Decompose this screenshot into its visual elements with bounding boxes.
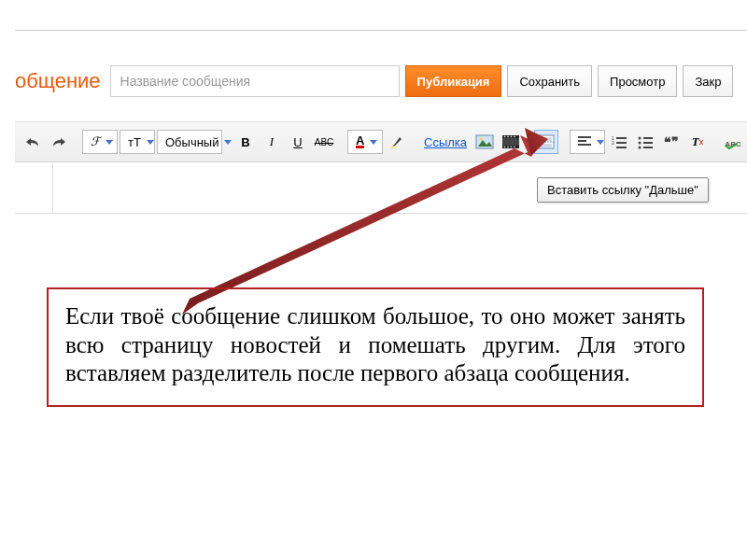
strike-button[interactable]: ABC: [312, 130, 336, 154]
format-toolbar: ℱ тT Обычный B I U ABC A Ссылка: [15, 121, 747, 162]
fontsize-icon: тT: [128, 135, 141, 149]
close-button[interactable]: Закр: [683, 65, 733, 97]
video-icon: [502, 135, 519, 148]
align-left-icon: [578, 136, 591, 147]
svg-point-14: [514, 147, 515, 148]
undo-icon: [25, 136, 40, 147]
insert-jump-break-button[interactable]: [534, 130, 558, 154]
chevron-down-icon: [224, 140, 232, 145]
save-button[interactable]: Сохранить: [507, 65, 592, 97]
svg-point-7: [504, 136, 506, 138]
chevron-down-icon: [597, 140, 604, 145]
italic-button[interactable]: I: [260, 130, 284, 154]
check-icon: [725, 144, 738, 149]
ordered-list-icon: 12: [612, 135, 627, 148]
paragraph-style-dropdown[interactable]: Обычный: [157, 130, 222, 154]
highlight-icon: [389, 134, 404, 149]
preview-button[interactable]: Просмотр: [598, 65, 677, 97]
publish-button[interactable]: Публикация: [405, 65, 502, 97]
chevron-down-icon: [147, 140, 154, 145]
font-size-dropdown[interactable]: тT: [120, 130, 155, 154]
svg-point-10: [514, 136, 515, 138]
jump-break-icon: [538, 134, 555, 149]
insert-link-button[interactable]: Ссылка: [420, 135, 471, 149]
chevron-down-icon: [106, 140, 113, 145]
insert-image-button[interactable]: [472, 130, 497, 154]
svg-text:2: 2: [612, 140, 614, 146]
align-dropdown[interactable]: [570, 130, 605, 154]
undo-button[interactable]: [21, 130, 45, 154]
remove-format-icon: T: [692, 134, 699, 149]
image-icon: [476, 135, 493, 148]
svg-point-12: [507, 147, 509, 148]
spellcheck-button[interactable]: ABC: [721, 130, 745, 154]
svg-point-9: [511, 136, 513, 138]
header-row: общение Публикация Сохранить Просмотр За…: [15, 65, 747, 97]
bold-button[interactable]: B: [233, 130, 258, 154]
svg-rect-0: [391, 147, 396, 148]
text-color-dropdown[interactable]: A: [347, 130, 383, 154]
font-family-dropdown[interactable]: ℱ: [82, 130, 118, 154]
underline-button[interactable]: U: [286, 130, 310, 154]
font-icon: ℱ: [91, 134, 100, 149]
svg-point-29: [639, 137, 641, 140]
svg-point-30: [639, 142, 641, 145]
redo-icon: [51, 136, 66, 147]
svg-point-31: [639, 147, 641, 149]
instruction-box: Если твоё сообщение слишком большое, то …: [47, 287, 704, 407]
insert-video-button[interactable]: [499, 130, 523, 154]
highlight-button[interactable]: [385, 130, 409, 154]
chevron-down-icon: [370, 140, 377, 145]
text-color-icon: A: [356, 136, 364, 148]
svg-point-8: [507, 136, 509, 138]
post-title-input[interactable]: [110, 65, 400, 97]
svg-point-11: [504, 147, 506, 148]
quote-button[interactable]: ❝❞: [659, 130, 684, 154]
svg-point-3: [479, 137, 482, 140]
remove-format-button[interactable]: Tx: [685, 130, 710, 154]
tooltip-jump-break: Вставить ссылку "Дальше": [537, 177, 709, 203]
editor-margin-line: [52, 163, 53, 214]
unordered-list-icon: [638, 135, 653, 148]
ordered-list-button[interactable]: 12: [607, 130, 631, 154]
style-label: Обычный: [165, 135, 218, 149]
svg-point-13: [511, 147, 513, 148]
redo-button[interactable]: [47, 130, 71, 154]
page-title-fragment: общение: [15, 69, 101, 93]
unordered-list-button[interactable]: [633, 130, 657, 154]
thin-divider: [15, 30, 747, 31]
